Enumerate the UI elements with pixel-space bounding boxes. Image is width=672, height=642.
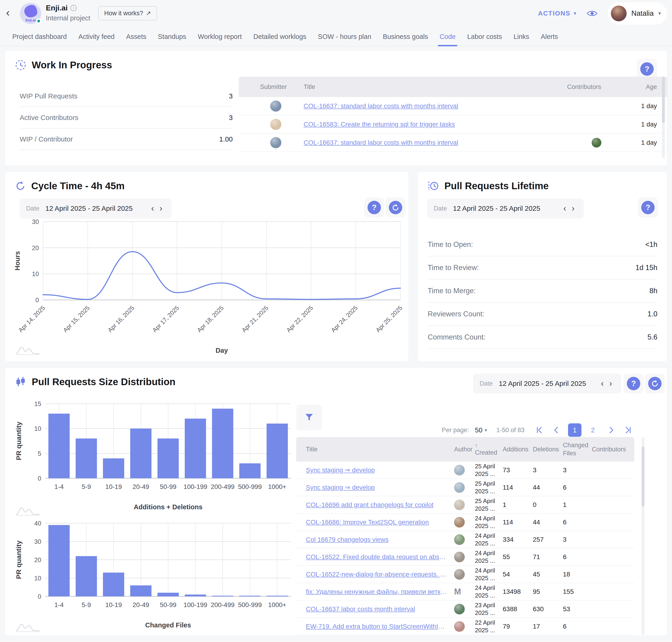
col-changed-files[interactable]: Changed Files <box>563 441 592 458</box>
tab-project-dashboard[interactable]: Project dashboard <box>7 27 73 46</box>
svg-text:10-19: 10-19 <box>105 601 122 608</box>
last-page-icon <box>624 426 633 435</box>
chevron-right-icon <box>607 426 616 435</box>
tab-links[interactable]: Links <box>508 27 535 46</box>
pr-link[interactable]: COL-16696 add grant changelogs for copil… <box>306 501 454 509</box>
help-button[interactable]: ? <box>637 59 657 79</box>
pr-link[interactable]: fix: Удалены ненужные файлы, привели вет… <box>306 588 454 595</box>
refresh-button[interactable] <box>645 374 665 394</box>
chevron-down-icon: ▾ <box>658 10 661 16</box>
page-button-2[interactable]: 2 <box>586 423 599 437</box>
pr-link[interactable]: Col 16679 changelogs views <box>306 536 454 543</box>
tab-code[interactable]: Code <box>434 27 461 46</box>
cycle-time-value: 4h 45m <box>91 180 125 191</box>
info-icon[interactable]: i <box>70 5 77 11</box>
date-range-picker[interactable]: Date 12 April 2025 - 25 April 2025 ‹ › <box>20 198 171 218</box>
additions-cell: 54 <box>503 571 533 578</box>
stat-label: Comments Count: <box>428 333 486 342</box>
changed-files-cell: 6 <box>563 623 592 630</box>
col-additions[interactable]: Additions <box>503 446 533 453</box>
author-avatar <box>454 569 465 580</box>
tab-activity-feed[interactable]: Activity feed <box>73 27 120 46</box>
author-cell <box>454 621 475 632</box>
deletions-cell: 45 <box>533 571 563 578</box>
help-button[interactable]: ? <box>364 197 384 217</box>
tab-labor-costs[interactable]: Labor costs <box>462 27 508 46</box>
pr-link[interactable]: COL-16583: Create the returning sql for … <box>303 121 563 128</box>
changed-files-chart: 1-45-910-1920-4950-99100-199200-499500-9… <box>12 518 300 631</box>
pr-link[interactable]: Sync staging ⇒ develop <box>306 484 454 491</box>
additions-cell: 13498 <box>503 588 533 595</box>
changed-files-cell: 6 <box>563 518 592 526</box>
pr-link[interactable]: COL-16637: standard labor costs with mon… <box>303 139 563 146</box>
chevron-left-icon <box>552 426 561 435</box>
wip-table: Submitter Title Contributors Age COL-166… <box>239 77 667 152</box>
watch-toggle-button[interactable] <box>587 10 597 17</box>
author-cell <box>454 604 475 614</box>
help-button[interactable]: ? <box>624 374 644 394</box>
refresh-button[interactable] <box>386 197 405 217</box>
next-period-button[interactable]: › <box>606 379 615 388</box>
per-page-select[interactable]: 50 ▾ <box>475 426 487 434</box>
pr-link[interactable]: EW-719. Add extra button to StartScreenW… <box>306 623 454 630</box>
filter-button[interactable] <box>296 405 322 431</box>
col-deletions[interactable]: Deletions <box>533 446 563 453</box>
chevron-down-icon: ▾ <box>484 427 487 433</box>
table-body: COL-16637: standard labor costs with mon… <box>239 97 667 152</box>
col-submitter: Submitter <box>248 84 303 91</box>
date-range-picker[interactable]: Date 12 April 2025 - 25 April 2025 ‹ › <box>473 374 621 394</box>
actions-menu-button[interactable]: ACTIONS ▾ <box>538 10 577 17</box>
tab-worklog-report[interactable]: Worklog report <box>192 27 247 46</box>
pr-link[interactable]: COL-16686: Improve Text2SQL generation <box>306 518 454 526</box>
prev-page-button[interactable] <box>551 425 562 436</box>
prev-period-button[interactable]: ‹ <box>560 204 569 213</box>
scrollbar[interactable] <box>642 437 644 635</box>
tab-bar: Project dashboardActivity feedAssetsStan… <box>0 27 672 46</box>
help-button[interactable]: ? <box>638 197 658 217</box>
col-title[interactable]: Title <box>306 446 454 453</box>
svg-text:200-499: 200-499 <box>211 483 235 490</box>
page-button-1[interactable]: 1 <box>568 423 581 437</box>
title-cell: COL-16696 add grant changelogs for copil… <box>306 501 454 509</box>
back-button[interactable]: ‹ <box>6 7 10 18</box>
table-row: COL-16637: standard labor costs with mon… <box>239 97 667 115</box>
stat-label: Time to Review: <box>428 264 479 272</box>
next-period-button[interactable]: › <box>157 204 165 213</box>
last-page-button[interactable] <box>623 425 634 436</box>
prev-period-button[interactable]: ‹ <box>148 204 157 213</box>
pr-link[interactable]: Sync staging ⇒ develop <box>306 466 454 474</box>
next-page-button[interactable] <box>606 425 617 436</box>
pr-link[interactable]: COL-16522-new-dialog-for-absence-request… <box>306 571 454 578</box>
tab-sow-hours-plan[interactable]: SOW - hours plan <box>312 27 377 46</box>
col-created[interactable]: ↑ Created <box>475 442 503 457</box>
tab-alerts[interactable]: Alerts <box>535 27 564 46</box>
tab-standups[interactable]: Standups <box>152 27 192 46</box>
stat-value: 1.00 <box>219 135 233 143</box>
first-page-button[interactable] <box>534 425 545 436</box>
user-menu[interactable]: Natalia ▾ <box>608 2 667 25</box>
refresh-icon <box>389 201 402 214</box>
date-range-picker[interactable]: Date 12 April 2025 - 25 April 2025 ‹ › <box>427 198 584 218</box>
project-name: Enji.ai <box>46 4 68 12</box>
pr-link[interactable]: COL-16637 labor costs month interval <box>306 605 454 613</box>
tab-detailed-worklogs[interactable]: Detailed worklogs <box>247 27 312 46</box>
stat-label: WIP Pull Requests <box>20 92 78 100</box>
stat-row: Active Contributors3 <box>20 107 233 129</box>
how-it-works-button[interactable]: How it works? ↗ <box>98 6 157 21</box>
pr-link[interactable]: COL-16522. Fixed double data request on … <box>306 553 454 561</box>
pr-lifetime-card: Pull Requests Lifetime Date 12 April 202… <box>417 171 667 362</box>
col-author[interactable]: Author <box>454 446 475 453</box>
scrollbar-thumb[interactable] <box>642 446 644 506</box>
prev-period-button[interactable]: ‹ <box>598 379 606 388</box>
tab-business-goals[interactable]: Business goals <box>377 27 434 46</box>
changed-files-cell: 6 <box>563 553 592 561</box>
table-row: COL-16522-new-dialog-for-absence-request… <box>296 566 634 583</box>
age-cell: 1 day <box>630 121 667 128</box>
scrollbar-thumb[interactable] <box>662 77 665 123</box>
table-row: COL-16522. Fixed double data request on … <box>296 549 634 566</box>
tab-assets[interactable]: Assets <box>120 27 152 46</box>
next-period-button[interactable]: › <box>569 204 577 213</box>
col-contributors[interactable]: Contributors <box>592 446 634 453</box>
scrollbar[interactable] <box>662 77 665 158</box>
pr-link[interactable]: COL-16637: standard labor costs with mon… <box>303 102 563 110</box>
